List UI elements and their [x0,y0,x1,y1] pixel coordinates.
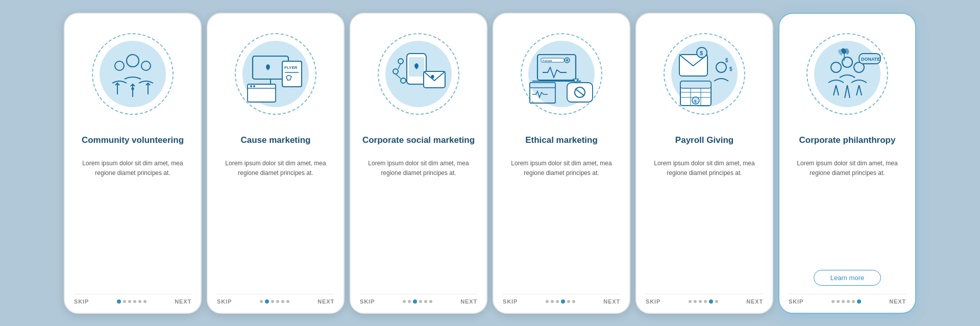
skip-label[interactable]: SKIP [360,298,375,305]
dots [689,299,718,304]
svg-line-54 [834,85,836,95]
illustration-ethical-marketing: Forum [516,28,607,120]
svg-point-16 [398,59,403,64]
dot-1 [123,300,126,303]
card-ethical-marketing: Forum Ethical marketing Lor [493,13,630,314]
cards-container: Community volunteering Lorem ipsum dolor… [64,13,916,314]
svg-point-1 [115,61,124,70]
dot-1 [551,300,554,303]
illustration-corporate-philanthropy: DONATE [801,28,893,120]
dot-4 [424,300,427,303]
svg-line-57 [847,85,850,98]
card-footer: SKIP NEXT [74,294,191,305]
dot-3 [133,300,136,303]
skip-label[interactable]: SKIP [74,298,89,305]
dot-5 [143,300,146,303]
card-body: Lorem ipsum dolor sit dim amet, mea regi… [217,159,334,289]
card-body: Lorem ipsum dolor sit dim amet, mea regi… [789,159,906,265]
svg-text:$: $ [729,66,732,72]
card-title: Cause marketing [241,129,311,153]
svg-point-12 [253,85,255,87]
dot-5 [857,299,861,304]
card-corporate-philanthropy: DONATE Corporate philanthropy Lorem ipsu… [778,13,916,314]
dot-0 [117,299,121,304]
dot-3 [847,300,850,303]
svg-text:$: $ [700,50,703,56]
svg-rect-34 [530,83,555,88]
dots [403,299,432,304]
dot-5 [715,300,718,303]
card-title: Corporate social marketing [362,129,475,153]
dot-5 [429,300,432,303]
dot-1 [694,300,697,303]
dot-2 [699,300,702,303]
next-label[interactable]: NEXT [317,298,334,305]
dot-0 [689,300,692,303]
dot-1 [265,299,269,304]
dot-2 [842,300,845,303]
dot-0 [831,300,835,303]
svg-text:$: $ [694,99,697,104]
svg-line-58 [856,85,859,95]
svg-text:DONATE: DONATE [861,57,880,62]
dot-5 [572,300,575,303]
dots [117,299,146,304]
svg-point-11 [250,85,252,87]
card-payroll-giving: $ $ $ $ Payroll Giving Lorem i [635,13,773,314]
next-label[interactable]: NEXT [746,298,763,305]
dot-2 [556,300,559,303]
learn-more-button[interactable]: Learn more [814,270,881,286]
card-community-volunteering: Community volunteering Lorem ipsum dolor… [64,13,202,314]
dot-3 [561,299,565,304]
svg-rect-39 [680,81,711,88]
svg-point-51 [842,57,852,67]
svg-line-55 [836,85,839,95]
dots [260,299,289,304]
next-label[interactable]: NEXT [460,298,477,305]
skip-label[interactable]: SKIP [789,298,803,305]
illustration-corporate-social-marketing [373,28,464,120]
illustration-cause-marketing: FLYER [230,28,322,120]
svg-text:$: $ [725,58,728,63]
dot-4 [138,300,141,303]
dot-1 [837,300,840,303]
dot-1 [408,300,411,303]
dot-2 [128,300,131,303]
dot-5 [286,300,289,303]
dot-2 [271,300,274,303]
dot-4 [567,300,570,303]
card-footer: SKIP NEXT [789,294,906,305]
card-footer: SKIP NEXT [217,294,334,305]
svg-text:Forum: Forum [543,59,552,62]
corporate-social-marketing-icon [380,36,457,112]
card-footer: SKIP NEXT [646,294,763,305]
next-label[interactable]: NEXT [603,298,620,305]
svg-point-49 [831,62,841,72]
svg-line-59 [859,85,862,95]
illustration-payroll-giving: $ $ $ $ [658,28,750,120]
next-label[interactable]: NEXT [175,298,191,305]
skip-label[interactable]: SKIP [217,298,232,305]
card-title: Corporate philanthropy [799,129,896,153]
dot-0 [260,300,263,303]
skip-label[interactable]: SKIP [503,298,518,305]
dots [546,299,575,304]
corporate-philanthropy-icon: DONATE [808,34,887,113]
cause-marketing-icon: FLYER [237,36,314,112]
svg-line-56 [845,85,847,98]
skip-label[interactable]: SKIP [646,298,660,305]
dots [831,299,861,304]
card-title: Community volunteering [82,129,184,153]
dot-4 [281,300,284,303]
next-label[interactable]: NEXT [889,298,906,305]
svg-point-2 [141,61,151,70]
dot-3 [419,300,422,303]
illustration-community-volunteering [87,28,179,120]
card-body: Lorem ipsum dolor sit dim amet, mea regi… [503,159,620,289]
dot-4 [709,299,713,304]
card-title: Ethical marketing [525,129,598,153]
dot-3 [704,300,707,303]
dot-3 [276,300,279,303]
dot-0 [403,300,406,303]
card-body: Lorem ipsum dolor sit dim amet, mea regi… [646,159,763,289]
